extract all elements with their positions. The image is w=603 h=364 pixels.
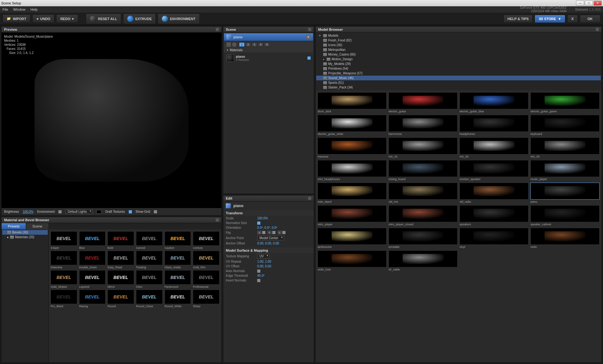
bevel-thumb[interactable]: BEVELProfessional — [193, 270, 220, 288]
expand-icon[interactable] — [308, 28, 311, 31]
material-item[interactable]: piano 3 Textures — [224, 53, 313, 63]
bevel-thumb[interactable]: BEVELPro_Black — [51, 290, 77, 308]
model-thumb[interactable]: mic_03 — [530, 137, 600, 158]
menu-file[interactable]: File — [3, 8, 8, 11]
anchor-icon[interactable] — [226, 42, 231, 47]
resetall-button[interactable]: RESET ALL — [86, 13, 121, 24]
model-thumb[interactable]: old_radio — [459, 183, 529, 203]
model-thumb[interactable]: speakers — [459, 205, 529, 226]
close-icon[interactable]: ✕ — [306, 35, 311, 39]
invertnormals-checkbox[interactable] — [257, 279, 260, 282]
edgethreshold-value[interactable]: 45.0º — [257, 274, 264, 277]
bevel-thumb[interactable]: BEVELSharp — [193, 290, 220, 308]
tree-item[interactable]: My_Models (29) — [316, 62, 601, 66]
bevel-thumb[interactable]: BEVELLayered — [79, 270, 106, 288]
bevel-thumb[interactable]: BEVELBlue — [79, 231, 106, 249]
scene-slot-4[interactable]: 4 — [258, 42, 263, 47]
bevel-thumb[interactable]: BEVELOreo — [136, 270, 163, 288]
extrude-button[interactable]: EXTRUDE — [123, 13, 156, 24]
menu-window[interactable]: Window — [13, 8, 25, 11]
bg-color-swatch[interactable] — [96, 210, 101, 214]
scene-slot-1[interactable]: 1 — [239, 42, 245, 47]
flip-z[interactable]: Z — [277, 231, 282, 234]
maximize-button[interactable]: □ — [585, 1, 593, 6]
model-thumb[interactable]: electric_guitar_green — [530, 92, 600, 113]
expand-icon[interactable] — [596, 28, 599, 31]
store-button[interactable]: 3D STORE ▼ — [535, 15, 565, 23]
scene-item[interactable]: piano ✕ — [224, 33, 313, 41]
materials-header[interactable]: Materials — [224, 48, 313, 52]
tree-item[interactable]: ▸ Motion_Design — [316, 57, 601, 62]
model-thumb[interactable]: tambourine — [318, 228, 387, 249]
redo-button[interactable]: REDO ▸ — [56, 14, 78, 23]
bevel-thumb[interactable]: BEVELRacing — [79, 290, 106, 308]
model-thumb[interactable]: old_mic — [388, 183, 458, 203]
bevel-thumb[interactable]: BEVELGold_Stripes — [51, 270, 77, 288]
bevel-thumb[interactable]: BEVELDetective — [51, 251, 77, 269]
bevel-thumb[interactable]: BEVELEasy_Read — [107, 251, 134, 269]
scene-slot-3[interactable]: 3 — [252, 42, 257, 47]
cancel-button[interactable]: X — [567, 15, 578, 23]
model-thumb[interactable]: turntable — [388, 228, 458, 249]
bevel-thumb[interactable]: BEVELCaution — [165, 231, 191, 249]
model-thumb[interactable]: electric_guitar_blue — [459, 92, 529, 113]
flip-y[interactable]: Y — [267, 231, 272, 234]
environment-checkbox[interactable] — [58, 210, 62, 213]
model-thumb[interactable]: headphones — [459, 115, 529, 136]
model-thumb[interactable]: violin — [530, 228, 600, 249]
autonormals-checkbox[interactable] — [257, 270, 260, 273]
tab-scene[interactable]: Scene — [26, 223, 49, 229]
minimize-button[interactable]: — — [576, 1, 584, 6]
tree-item[interactable]: Primitives (54) — [316, 66, 601, 71]
bevel-thumb[interactable]: BEVELParamount — [165, 270, 191, 288]
model-thumb[interactable]: harmonica — [388, 115, 458, 136]
lights-dropdown[interactable]: Default Lights — [65, 209, 93, 214]
bevel-thumb[interactable]: BEVELRound_White — [165, 290, 191, 308]
menu-help[interactable]: Help — [30, 8, 38, 11]
bevel-thumb[interactable]: BEVELDouble_Down — [79, 251, 106, 269]
tab-presets[interactable]: Presets — [2, 223, 26, 229]
tree-bevels[interactable]: Bevels (30) — [2, 230, 48, 235]
help-button[interactable]: HELP & TIPS — [503, 15, 533, 23]
tree-materials[interactable]: ▸ Materials (20) — [2, 235, 48, 239]
model-thumb[interactable]: retro_player_closed — [388, 205, 458, 226]
tree-item[interactable]: Projectile_Weapons (57) — [316, 71, 601, 76]
tree-item[interactable]: Sound_Music (46) — [316, 76, 601, 80]
model-thumb[interactable]: keyboard — [530, 115, 600, 136]
tree-item[interactable]: Starter_Pack (34) — [316, 85, 601, 90]
bevel-thumb[interactable]: BEVEL3-layer — [51, 231, 77, 249]
model-thumb[interactable]: monitor_speaker — [459, 160, 529, 181]
tree-item[interactable]: Fresh_Food (82) — [316, 38, 601, 43]
bevel-thumb[interactable]: BEVELCarved — [136, 231, 163, 249]
material-visibility[interactable] — [307, 56, 311, 60]
gear-icon[interactable] — [232, 42, 236, 47]
import-button[interactable]: 📁 IMPORT — [3, 14, 30, 23]
texmap-dropdown[interactable]: UV — [257, 254, 270, 259]
tree-item[interactable]: Metropolitan — [316, 47, 601, 52]
bevel-thumb[interactable]: BEVELMirror — [107, 270, 134, 288]
model-thumb[interactable]: vinyl — [459, 228, 529, 249]
model-thumb[interactable]: drum_stick — [318, 92, 387, 113]
tree-item[interactable]: ▼ Models — [316, 33, 601, 38]
model-thumb[interactable]: maracas — [318, 137, 387, 158]
model-thumb[interactable]: speaker_cabinet — [530, 205, 600, 226]
undo-button[interactable]: ◂ UNDO — [32, 14, 54, 23]
model-thumb[interactable]: mixing_board — [388, 160, 458, 181]
orientation-value[interactable]: 0.0º, 0.0º, 0.0º — [257, 226, 277, 229]
model-thumb[interactable]: violin_bow — [318, 250, 387, 271]
bevel-thumb[interactable]: BEVELRound_Glass — [136, 290, 163, 308]
model-thumb[interactable]: mic_01 — [388, 137, 458, 158]
grid-checkbox[interactable] — [154, 210, 157, 213]
draft-checkbox[interactable] — [129, 210, 132, 213]
anchoroffset-value[interactable]: 0.00, 0.00, 0.00 — [257, 242, 279, 245]
preview-viewport[interactable]: Model: Models/Sound_Music/piano Meshes: … — [2, 33, 221, 208]
normalize-checkbox[interactable] — [257, 222, 260, 225]
uvrepeat-value[interactable]: 1.00, 1.00 — [257, 260, 271, 263]
model-thumb[interactable]: mic_02 — [459, 137, 529, 158]
bevel-thumb[interactable]: BEVELRound — [107, 290, 134, 308]
expand-icon[interactable] — [216, 218, 219, 222]
bevel-thumb[interactable]: BEVELFloating — [136, 251, 163, 269]
environment-button[interactable]: ENVIRONMENT — [158, 13, 199, 24]
close-button[interactable]: ✕ — [594, 1, 602, 6]
model-thumb[interactable]: electric_guitar — [388, 92, 458, 113]
